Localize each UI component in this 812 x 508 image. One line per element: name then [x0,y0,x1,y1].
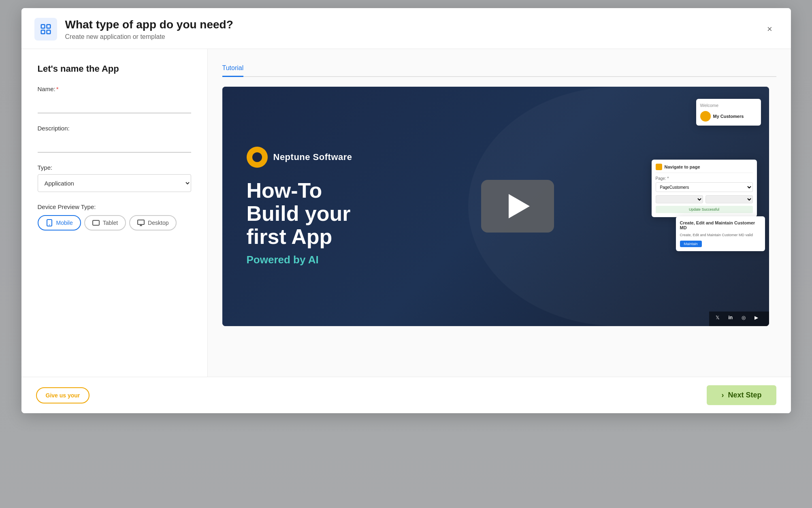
nav-sub-select-2[interactable] [705,195,753,203]
svg-rect-1 [47,25,50,28]
name-field-group: Name:* [38,85,191,113]
customer-row: My Customers [700,111,757,122]
twitter-icon: 𝕏 [716,315,724,323]
svg-rect-0 [41,25,45,28]
nav-sub-select-1[interactable] [656,195,703,203]
app-icon [40,23,52,35]
tablet-button[interactable]: Tablet [84,215,126,231]
nav-panel-select[interactable]: PageCustomers [656,182,753,192]
svg-rect-7 [138,220,144,224]
card-header: Create, Edit and Maintain Customer MD [680,220,761,230]
feedback-button[interactable]: Give us your [36,387,90,403]
nav-panel-label: Page: * [656,176,753,181]
modal-body: Let's name the App Name:* Description: T… [21,49,791,377]
required-indicator: * [56,85,59,92]
description-label: Description: [38,125,191,132]
mobile-label: Mobile [56,220,73,226]
description-field-group: Description: [38,125,191,153]
tab-tutorial[interactable]: Tutorial [222,60,244,77]
card-body: Create, Edit and Maintain Customer MD va… [680,233,761,238]
card-overlay: Create, Edit and Maintain Customer MD Cr… [676,216,765,251]
play-icon [509,194,530,218]
description-input[interactable] [38,135,191,153]
device-preview-label: Device Preview Type: [38,203,191,210]
desktop-button[interactable]: Desktop [129,215,177,231]
customer-name: My Customers [713,114,744,119]
desktop-icon [137,219,145,226]
nav-panel-title: Navigate to page [665,164,700,169]
tablet-icon [92,219,100,226]
nav-panel-dropdowns [656,195,753,203]
type-field-group: Type: Application Template [38,164,191,192]
close-button[interactable]: × [762,21,778,37]
nav-panel-header: Navigate to page [656,164,753,173]
modal-header: What type of app do you need? Create new… [21,8,791,49]
next-step-button[interactable]: › Next Step [707,385,776,405]
next-step-label: Next Step [728,391,761,399]
card-maintain-btn[interactable]: Maintain [680,241,702,247]
app-icon-container [34,18,57,41]
tabs-container: Tutorial [222,60,776,77]
desktop-label: Desktop [148,220,168,226]
svg-rect-6 [93,220,99,225]
brand-logo [247,147,268,168]
video-headline: How-To Build your first App [247,179,352,249]
customer-avatar [700,111,711,122]
right-panel: Tutorial Neptune Software [208,49,791,377]
video-container[interactable]: Neptune Software How-To Build your first… [222,87,769,326]
welcome-card-overlay: Welcome My Customers [696,99,761,126]
modal-subtitle: Create new application or template [65,33,762,41]
linkedin-icon: in [729,315,737,323]
modal-overlay: What type of app do you need? Create new… [0,0,812,508]
name-input[interactable] [38,96,191,113]
mobile-button[interactable]: Mobile [38,215,81,231]
welcome-card-title: Welcome [700,103,757,108]
next-step-chevron: › [721,391,724,399]
nav-panel-icon [656,164,662,170]
modal-footer: Give us your › Next Step [21,377,791,413]
name-label: Name:* [38,85,191,92]
nav-panel-overlay: Navigate to page Page: * PageCustomers [652,160,757,217]
nav-success-message: Update Successful [656,206,753,213]
modal-container: What type of app do you need? Create new… [21,8,791,413]
play-button[interactable] [481,180,554,233]
youtube-icon: ▶ [754,315,763,323]
panel-title: Let's name the App [38,64,191,74]
brand-logo-inner [252,152,262,162]
video-powered-text: Powered by AI [247,254,352,266]
instagram-icon: ◎ [742,315,750,323]
video-social-footer: 𝕏 in ◎ ▶ [709,312,769,326]
video-brand: Neptune Software [247,147,352,168]
svg-point-5 [49,224,50,225]
svg-rect-3 [47,30,50,34]
video-text-area: Neptune Software How-To Build your first… [247,147,352,266]
left-panel: Let's name the App Name:* Description: T… [21,49,208,377]
video-background: Neptune Software How-To Build your first… [222,87,769,326]
feedback-label: Give us your [46,392,80,399]
modal-title: What type of app do you need? [65,18,762,32]
modal-header-text: What type of app do you need? Create new… [65,18,762,41]
type-select[interactable]: Application Template [38,174,191,192]
tablet-label: Tablet [103,220,118,226]
device-preview-group: Device Preview Type: Mobile [38,203,191,231]
type-label: Type: [38,164,191,171]
mobile-icon [46,219,53,226]
svg-rect-2 [41,30,45,34]
device-button-group: Mobile Tablet [38,215,191,231]
brand-name: Neptune Software [273,152,352,162]
